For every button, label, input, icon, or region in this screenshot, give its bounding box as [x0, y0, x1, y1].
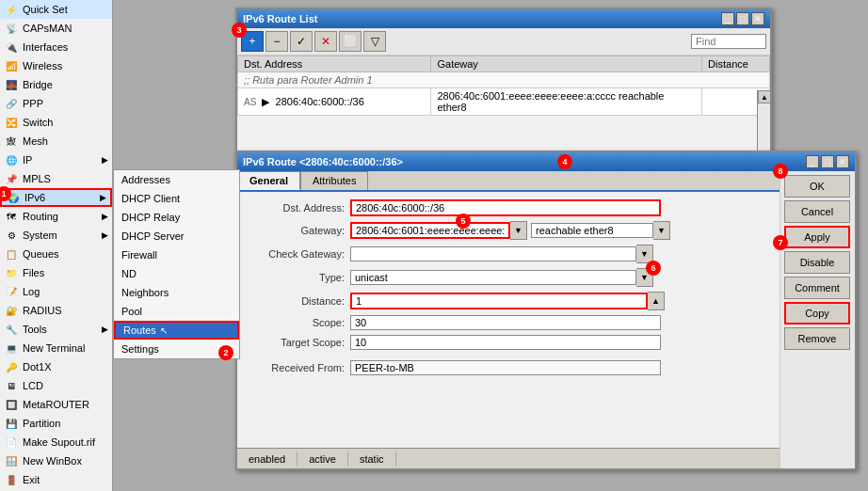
sidebar-item-mesh[interactable]: 🕸 Mesh — [0, 132, 112, 150]
sidebar-item-radius[interactable]: 🔐 RADIUS — [0, 301, 112, 320]
cancel-route-button[interactable]: ✕ — [314, 31, 337, 52]
maximize-button[interactable]: □ — [736, 12, 749, 25]
submenu-firewall[interactable]: Firewall — [114, 246, 239, 264]
sidebar-label: Quick Set — [23, 4, 68, 15]
distance-up-button[interactable]: ▲ — [648, 292, 665, 310]
copy-button[interactable]: Copy — [784, 302, 850, 325]
submenu-addresses[interactable]: Addresses — [114, 170, 239, 189]
exit-icon: 🚪 — [4, 472, 19, 487]
lcd-icon: 🖥 — [4, 378, 19, 393]
route-list-toolbar: 3 + − ✓ ✕ ⬜ ▽ — [237, 28, 770, 55]
sidebar-label: Wireless — [23, 60, 62, 71]
tab-general[interactable]: General — [237, 171, 300, 190]
minimize-button[interactable]: _ — [721, 12, 734, 25]
supout-icon: 📄 — [4, 435, 19, 450]
status-bar: enabled active static — [237, 448, 780, 468]
ok-button[interactable]: OK — [784, 175, 850, 198]
find-input[interactable] — [691, 34, 766, 49]
sidebar-item-wireless[interactable]: 📶 Wireless — [0, 56, 112, 75]
gateway-left-dropdown-button[interactable]: ▼ — [510, 221, 527, 240]
sidebar-label: New Terminal — [23, 342, 85, 354]
sidebar-item-bridge[interactable]: 🌉 Bridge — [0, 75, 112, 94]
sidebar-item-interfaces[interactable]: 🔌 Interfaces — [0, 38, 112, 56]
dst-address-input[interactable] — [350, 199, 661, 216]
status-static: static — [348, 451, 396, 467]
sidebar-item-lcd[interactable]: 🖥 LCD — [0, 376, 112, 395]
badge-6: 6 — [646, 261, 661, 276]
remove-button[interactable]: Remove — [784, 327, 850, 350]
table-row[interactable]: ;; Ruta para Router Admin 1 — [238, 72, 770, 88]
sidebar-item-queues[interactable]: 📋 Queues — [0, 245, 112, 263]
badge-8: 8 — [773, 164, 788, 179]
sidebar-item-ip[interactable]: 🌐 IP ▶ — [0, 150, 112, 169]
col-distance: Distance — [702, 56, 770, 72]
mesh-icon: 🕸 — [4, 134, 19, 149]
sidebar-item-ppp[interactable]: 🔗 PPP — [0, 94, 112, 113]
scroll-up-button[interactable]: ▲ — [758, 90, 770, 103]
gateway-label: Gateway: — [247, 225, 350, 236]
sidebar-label: New WinBox — [23, 455, 82, 467]
sidebar-item-exit[interactable]: 🚪 Exit — [0, 470, 112, 489]
sidebar-item-quick-set[interactable]: ⚡ Quick Set — [0, 0, 112, 19]
sidebar-item-switch[interactable]: 🔀 Switch — [0, 113, 112, 132]
submenu-dhcp-client[interactable]: DHCP Client — [114, 189, 239, 208]
check-gateway-input-group: ▼ — [350, 245, 653, 263]
submenu-dhcp-server[interactable]: DHCP Server — [114, 227, 239, 246]
ppp-icon: 🔗 — [4, 96, 19, 111]
sidebar-label: Queues — [23, 248, 59, 260]
cancel-button[interactable]: Cancel — [784, 200, 850, 223]
type-input[interactable] — [350, 270, 636, 285]
check-route-button[interactable]: ✓ — [290, 31, 313, 52]
sidebar-item-files[interactable]: 📁 Files — [0, 263, 112, 282]
gateway-right-input[interactable] — [531, 223, 653, 238]
sidebar-item-mpls[interactable]: 📌 MPLS — [0, 169, 112, 188]
submenu-routes[interactable]: Routes ↖ — [114, 321, 239, 340]
tab-attributes[interactable]: Attributes — [300, 171, 368, 190]
filter-route-button[interactable]: ▽ — [363, 31, 386, 52]
comment-button[interactable]: Comment — [784, 277, 850, 299]
close-button[interactable]: ✕ — [751, 12, 764, 25]
submenu-pool[interactable]: Pool — [114, 302, 239, 321]
ipv6-submenu: Addresses DHCP Client DHCP Relay DHCP Se… — [113, 169, 240, 359]
sidebar-item-dot1x[interactable]: 🔑 Dot1X — [0, 357, 112, 376]
sidebar-label: IPv6 — [24, 192, 45, 203]
apply-button[interactable]: Apply — [784, 226, 850, 248]
distance-input[interactable] — [350, 293, 648, 309]
sidebar-item-system[interactable]: ⚙ System ▶ — [0, 226, 112, 245]
sidebar-item-log[interactable]: 📝 Log — [0, 282, 112, 301]
disable-button[interactable]: Disable — [784, 251, 850, 274]
submenu-neighbors[interactable]: Neighbors — [114, 283, 239, 302]
sidebar-item-new-winbox[interactable]: 🪟 New WinBox — [0, 451, 112, 470]
gateway-right-dropdown-button[interactable]: ▼ — [653, 221, 670, 240]
remove-route-button[interactable]: − — [265, 31, 288, 52]
detail-close-button[interactable]: ✕ — [836, 155, 849, 168]
detail-resize-button[interactable]: □ — [821, 155, 834, 168]
submenu-nd[interactable]: ND — [114, 264, 239, 283]
gateway-left-input[interactable] — [350, 222, 510, 239]
sidebar-item-make-supout[interactable]: 📄 Make Supout.rif — [0, 433, 112, 451]
sidebar-item-partition[interactable]: 💾 Partition — [0, 414, 112, 433]
gateway-cell: 2806:40c:6001:eeee:eeee:eeee:a:cccc reac… — [431, 88, 702, 116]
copy-route-button[interactable]: ⬜ — [339, 31, 362, 52]
distance-label: Distance: — [247, 295, 350, 307]
target-scope-input[interactable] — [350, 335, 661, 350]
log-icon: 📝 — [4, 284, 19, 299]
scope-input[interactable] — [350, 315, 661, 330]
sidebar-item-new-terminal[interactable]: 💻 New Terminal — [0, 339, 112, 357]
detail-minimize-button[interactable]: _ — [806, 155, 819, 168]
sidebar-item-routing[interactable]: 🗺 Routing ▶ — [0, 207, 112, 226]
ip-arrow: ▶ — [102, 155, 108, 165]
partition-icon: 💾 — [4, 416, 19, 431]
metarouter-icon: 🔲 — [4, 397, 19, 412]
submenu-dhcp-relay[interactable]: DHCP Relay — [114, 208, 239, 227]
check-gateway-input[interactable] — [350, 246, 636, 261]
sidebar-item-ipv6[interactable]: 1 🌍 IPv6 ▶ — [0, 188, 112, 207]
ip-icon: 🌐 — [4, 152, 19, 167]
route-list-titlebar: IPv6 Route List _ □ ✕ — [237, 9, 770, 28]
sidebar-item-tools[interactable]: 🔧 Tools ▶ — [0, 320, 112, 339]
sidebar-item-capsman[interactable]: 📡 CAPsMAN — [0, 19, 112, 38]
table-row[interactable]: AS ▶ 2806:40c:6000::/36 2806:40c:6001:ee… — [238, 88, 770, 116]
quick-set-icon: ⚡ — [4, 2, 19, 17]
received-from-label: Received From: — [247, 362, 350, 373]
sidebar-item-metarouter[interactable]: 🔲 MetaROUTER — [0, 395, 112, 414]
